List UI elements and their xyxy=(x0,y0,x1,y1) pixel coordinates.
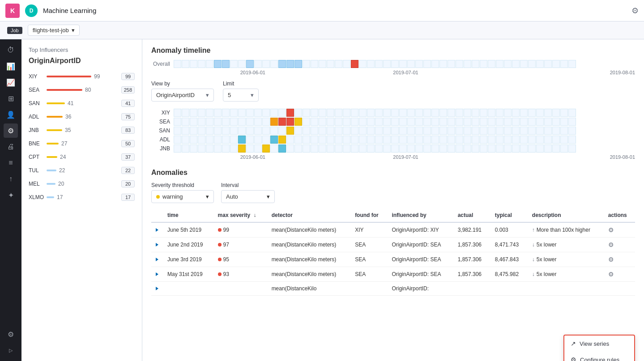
heatmap-cell xyxy=(456,109,463,117)
gear-dropdown-btn[interactable]: ⚙ xyxy=(608,241,614,248)
nav-icon-discover[interactable]: 📊 xyxy=(4,59,18,73)
limit-value: 5 xyxy=(228,92,231,98)
nav-icon-dashboard[interactable]: ⊞ xyxy=(4,91,18,106)
influencer-bar xyxy=(47,183,55,185)
row-time: June 2nd 2019 xyxy=(163,238,213,252)
heatmap-cell xyxy=(367,136,375,144)
influencer-score: 99 xyxy=(94,73,103,80)
row-expand-cell xyxy=(151,238,163,252)
heatmap-cell xyxy=(528,144,536,153)
influencer-label: XLMO xyxy=(29,194,47,200)
heatmap-cell xyxy=(359,144,367,153)
heatmap-row-label: JNB xyxy=(151,145,174,152)
nav-icon-visualize[interactable]: 📈 xyxy=(4,75,18,89)
row-expand-btn[interactable] xyxy=(156,258,158,261)
heatmap-cell xyxy=(423,136,431,144)
heatmap-cell xyxy=(230,144,238,153)
heatmap-cell xyxy=(560,136,568,144)
anomalies-table: time max severity ↓ detector found for i… xyxy=(151,208,635,296)
sev-dot xyxy=(218,243,222,246)
heatmap-row-cells xyxy=(174,144,635,153)
influencer-row: MEL 20 20 xyxy=(29,179,135,188)
nav-icon-canvas[interactable]: 👤 xyxy=(4,107,18,122)
nav-icon-apm[interactable]: 🖨 xyxy=(4,140,18,154)
view-series-item[interactable]: ↗ View series xyxy=(564,336,634,352)
heatmap-cell xyxy=(423,118,431,126)
heatmap-cell xyxy=(448,109,455,117)
row-expand-btn[interactable] xyxy=(156,272,158,276)
severity-badge: 95 xyxy=(218,256,229,263)
heatmap-cell xyxy=(222,118,230,126)
row-influenced-by: OriginAirportID: xyxy=(387,282,453,296)
heatmap-cell xyxy=(327,127,334,135)
influencer-bar-container: 22 xyxy=(47,166,118,175)
row-expand-btn[interactable] xyxy=(156,287,158,290)
influencer-list: XIY 99 99 SEA 80 258 SAN 41 41 ADL 36 75… xyxy=(29,72,135,202)
influencer-bar xyxy=(47,76,91,77)
severity-arrow: ▾ xyxy=(206,193,209,200)
nav-icon-logs[interactable]: ↑ xyxy=(4,172,18,186)
heatmap-row: ADL xyxy=(151,136,635,144)
nav-icon-infra[interactable]: ≡ xyxy=(4,156,18,170)
row-expand-btn[interactable] xyxy=(156,243,158,246)
heatmap-cell xyxy=(206,118,213,126)
overall-cell xyxy=(343,60,350,68)
col-time[interactable]: time xyxy=(163,208,213,222)
configure-rules-item[interactable]: ⚙ Configure rules xyxy=(564,352,634,361)
heatmap-cell xyxy=(311,109,318,117)
settings-icon[interactable]: ⚙ xyxy=(631,6,639,16)
influencer-bar-container: 80 xyxy=(47,85,118,94)
gear-action-btn[interactable]: ⚙ xyxy=(608,256,614,263)
top-bar: K D Machine Learning ⚙ xyxy=(0,0,644,21)
heatmap-cell xyxy=(488,144,495,153)
heatmap-cell xyxy=(198,118,205,126)
heatmap-cell xyxy=(560,109,568,117)
heatmap-cell xyxy=(488,127,495,135)
influencer-bar xyxy=(47,156,57,158)
heatmap-cell xyxy=(190,109,197,117)
interval-select[interactable]: Auto ▾ xyxy=(221,190,275,203)
row-expand-btn[interactable] xyxy=(156,228,158,232)
heatmap-cell xyxy=(496,118,503,126)
nav-icon-ml[interactable]: ⚙ xyxy=(4,123,18,138)
overall-cell xyxy=(254,60,262,68)
heatmap-cell xyxy=(415,109,423,117)
gear-action-btn[interactable]: ⚙ xyxy=(608,271,614,278)
row-influenced-by: OriginAirportID: SEA xyxy=(387,267,453,282)
heatmap-date-3: 2019-08-01 xyxy=(482,154,635,160)
interval-group: Interval Auto ▾ xyxy=(221,182,275,203)
view-by-select[interactable]: OriginAirportID ▾ xyxy=(151,89,214,102)
nav-icon-settings[interactable]: ⚙ xyxy=(4,327,18,341)
nav-icon-recent[interactable]: ⏱ xyxy=(4,43,18,57)
sev-dot xyxy=(218,258,222,261)
overall-cell xyxy=(351,60,358,68)
nav-icon-collapse[interactable]: ▷ xyxy=(4,343,18,357)
heatmap-cell xyxy=(230,118,238,126)
heatmap-cell xyxy=(222,136,230,144)
heatmap-cell xyxy=(174,118,181,126)
severity-select[interactable]: warning ▾ xyxy=(151,190,214,203)
heatmap-cell xyxy=(343,136,350,144)
heatmap-cell xyxy=(568,118,576,126)
limit-select[interactable]: 5 ▾ xyxy=(223,89,259,102)
overall-cell xyxy=(407,60,415,68)
heatmap-cell xyxy=(568,136,576,144)
row-expand-cell xyxy=(151,222,163,238)
heatmap-cell xyxy=(367,144,375,153)
influencer-bar xyxy=(47,116,63,118)
heatmap-cell xyxy=(383,144,391,153)
influencer-bar-container: 27 xyxy=(47,139,118,148)
nav-icon-dev[interactable]: ✦ xyxy=(4,188,18,202)
overall-cell xyxy=(544,60,552,68)
gear-action-btn[interactable]: ⚙ xyxy=(608,226,614,234)
heatmap-cell xyxy=(439,127,447,135)
table-row: June 2nd 2019 97 mean(DistanceKilo meter… xyxy=(151,238,635,252)
heatmap-cell xyxy=(182,118,189,126)
sev-value: 99 xyxy=(223,227,229,233)
heatmap-cell xyxy=(520,136,528,144)
heatmap-row-cells xyxy=(174,109,635,117)
job-selector[interactable]: flights-test-job ▾ xyxy=(28,25,80,36)
col-max-severity[interactable]: max severity ↓ xyxy=(213,208,267,222)
view-series-label: View series xyxy=(580,340,609,347)
heatmap-cell xyxy=(375,144,383,153)
